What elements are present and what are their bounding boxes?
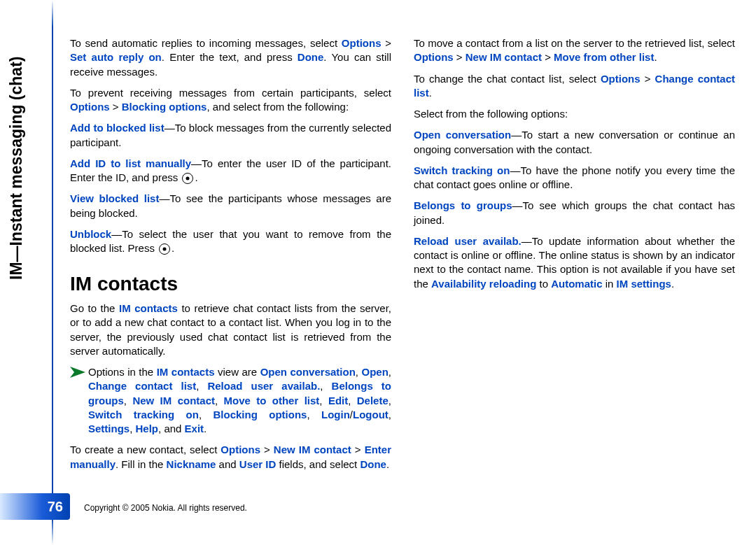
- para-change-list: To change the chat contact list, select …: [414, 72, 735, 101]
- para-add-id: Add ID to list manually—To enter the use…: [70, 157, 391, 185]
- para-add-blocked: Add to blocked list—To block messages fr…: [70, 121, 391, 150]
- center-key-icon: [159, 243, 170, 255]
- copyright-footer: Copyright © 2005 Nokia. All rights reser…: [84, 503, 247, 513]
- options-tip: Options in the IM contacts view are Open…: [70, 365, 391, 436]
- sidebar-divider: [52, 0, 53, 545]
- page-number: 76: [48, 499, 63, 515]
- para-reload-availab: Reload user availab.—To update informati…: [414, 234, 735, 291]
- para-select-options: Select from the following options:: [414, 107, 735, 121]
- para-new-contact: To create a new contact, select Options …: [70, 443, 391, 472]
- para-unblock: Unblock—To select the user that you want…: [70, 227, 391, 256]
- para-move-contact: To move a contact from a list on the ser…: [414, 36, 735, 65]
- tip-body: Options in the IM contacts view are Open…: [88, 365, 391, 436]
- center-key-icon: [182, 173, 193, 184]
- para-switch-tracking: Switch tracking on—To have the phone not…: [414, 164, 735, 192]
- para-goto-contacts: Go to the IM contacts to retrieve chat c…: [70, 302, 391, 358]
- para-belongs-groups: Belongs to groups—To see which groups th…: [414, 199, 735, 227]
- para-open-conversation: Open conversation—To start a new convers…: [414, 128, 735, 157]
- svg-marker-0: [70, 367, 85, 378]
- page-number-badge: 76: [0, 493, 70, 520]
- side-title: IM—Instant messaging (chat): [7, 57, 26, 280]
- para-auto-reply: To send automatic replies to incoming me…: [70, 36, 391, 79]
- im-contacts-heading: IM contacts: [70, 271, 391, 297]
- para-block-prevent: To prevent receiving messages from certa…: [70, 86, 391, 115]
- tip-arrow-icon: [70, 367, 88, 380]
- body-text: To send automatic replies to incoming me…: [70, 36, 735, 482]
- para-view-blocked: View blocked list—To see the participant…: [70, 192, 391, 220]
